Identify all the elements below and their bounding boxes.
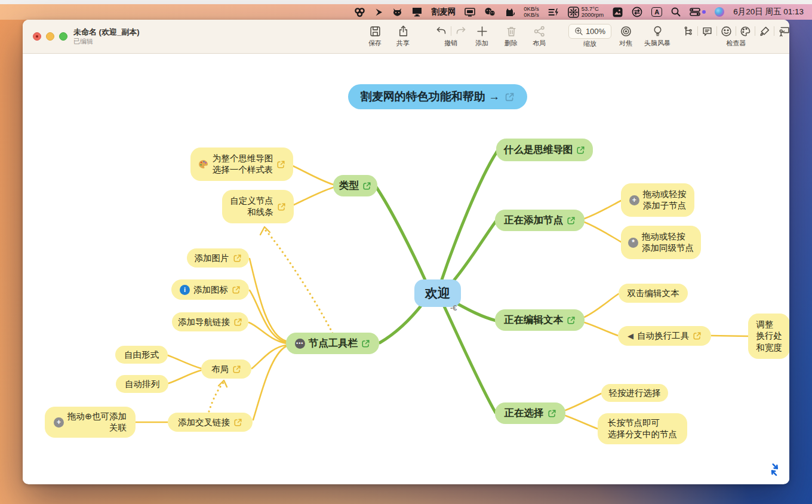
external-link-icon[interactable] (361, 339, 370, 348)
zoom-magnifier-icon (574, 27, 583, 36)
ellipsis-circle-icon: ••• (295, 339, 305, 349)
node-editing-text[interactable]: 正在编辑文本 (495, 309, 585, 331)
comment-icon[interactable] (702, 26, 713, 37)
external-link-icon[interactable] (576, 146, 585, 155)
plus-icon (476, 25, 488, 38)
sync-switch-icon[interactable] (632, 7, 642, 17)
node-type[interactable]: 类型 (333, 175, 377, 196)
toolbar-save-button[interactable]: 保存 (361, 24, 389, 48)
separator (697, 26, 698, 36)
toolbar-zoom-control[interactable]: 100% 缩放 (566, 24, 614, 48)
external-link-icon[interactable] (567, 316, 576, 325)
node-tap-select[interactable]: 轻按进行选择 (601, 384, 668, 402)
desktop-wallpaper: 割麦网 0KB/s0KB/s 53.7°C2000rpm (0, 0, 812, 504)
node-adjust-wrap[interactable]: 调整换行处和宽度 (748, 314, 789, 359)
external-link-icon[interactable] (505, 92, 515, 102)
node-toolbar[interactable]: ••• 节点工具栏 (286, 333, 379, 354)
external-link-icon[interactable] (567, 216, 576, 225)
node-add-child[interactable]: + 拖动或轻按添加子节点 (621, 183, 694, 217)
menubar-datetime[interactable]: 6月20日 周五 01:13 (733, 7, 804, 17)
window-title: 未命名 (欢迎_副本) (73, 27, 140, 37)
presenter-icon[interactable] (778, 26, 789, 37)
toolbar-delete-button[interactable]: 删除 (497, 24, 525, 48)
node-selecting[interactable]: 正在选择 (495, 402, 565, 424)
toolbar-focus-button[interactable]: 对焦 (611, 24, 640, 48)
external-link-icon[interactable] (693, 331, 702, 340)
node-customize[interactable]: 自定义节点和线条 (222, 190, 294, 223)
separator (736, 26, 736, 36)
node-drag-to-relate[interactable]: + 拖动⊕也可添加关联 (45, 407, 136, 438)
external-link-icon[interactable] (233, 318, 242, 327)
save-icon (369, 25, 382, 38)
external-link-icon[interactable] (232, 285, 241, 294)
node-wrap-tool[interactable]: ◀ 自动换行工具 (618, 326, 711, 346)
node-double-click-edit[interactable]: 双击编辑文本 (619, 284, 688, 303)
external-link-icon[interactable] (548, 409, 556, 418)
lightbulb-icon (651, 25, 664, 38)
network-speed[interactable]: 0KB/s0KB/s (524, 6, 539, 18)
wechat-icon[interactable] (484, 7, 496, 17)
toolbar-brainstorm-button[interactable]: 头脑风暴 (639, 24, 675, 48)
focus-target-icon (620, 25, 632, 38)
circles-menu-icon[interactable] (354, 7, 365, 17)
bull-icon[interactable] (392, 8, 402, 17)
control-center-icon[interactable] (690, 8, 706, 16)
node-freeform[interactable]: 自由形式 (115, 346, 168, 364)
palette-emoji-icon (198, 159, 209, 169)
separator (774, 26, 774, 36)
screen-share-icon[interactable] (411, 7, 423, 17)
toolbar-share-button[interactable]: 共享 (389, 24, 417, 48)
photos-icon[interactable] (613, 7, 623, 17)
node-cross-link[interactable]: 添加交叉链接 (168, 413, 253, 432)
node-stylesheet[interactable]: 为整个思维导图选择一个样式表 (190, 147, 293, 181)
menu-bar: 割麦网 0KB/s0KB/s 53.7°C2000rpm (0, 4, 812, 20)
toolbar-layout-button[interactable]: 布局 (525, 24, 553, 48)
app-window: 未命名 (欢迎_副本) 已编辑 保存 共享 撤销 (23, 20, 789, 484)
spotlight-search-icon[interactable] (671, 7, 681, 17)
node-adding-nodes[interactable]: 正在添加节点 (495, 210, 585, 231)
paintbrush-icon[interactable] (759, 26, 770, 37)
tasklist-bolt-icon[interactable] (548, 8, 559, 17)
external-link-icon[interactable] (276, 160, 285, 169)
toolbar-add-button[interactable]: 添加 (467, 24, 496, 48)
outline-tree-icon[interactable] (682, 26, 694, 37)
node-what-is-mindmap[interactable]: 什么是思维导图 (496, 139, 593, 161)
node-auto-arrange[interactable]: 自动排列 (116, 375, 168, 393)
palette-icon[interactable] (740, 26, 751, 37)
external-link-icon[interactable] (232, 365, 241, 374)
external-link-icon[interactable] (362, 182, 371, 190)
close-button[interactable] (33, 32, 41, 41)
node-add-nav-link[interactable]: 添加导航链接 (172, 312, 248, 331)
left-triangle-icon: ◀ (628, 332, 633, 340)
node-add-sibling[interactable]: * 拖动或轻按添加同级节点 (621, 226, 701, 259)
display-icon[interactable] (465, 8, 475, 17)
separator (451, 26, 451, 36)
cat-icon[interactable] (505, 8, 515, 17)
toolbar-undo-redo[interactable]: 撤销 (433, 24, 469, 48)
external-link-icon[interactable] (277, 202, 286, 211)
zoom-fit-icon[interactable] (767, 462, 784, 478)
node-add-image[interactable]: 添加图片 (187, 248, 249, 268)
layout-graph-icon (533, 25, 546, 38)
menubar-app-name[interactable]: 割麦网 (432, 7, 456, 17)
plus-circle-icon: + (629, 195, 639, 205)
mindmap-canvas[interactable]: 割麦网的特色功能和帮助 → 欢迎 -€ 什么是思维导图 正在添加节点 + 拖动或… (23, 54, 789, 484)
minimize-button[interactable] (46, 32, 54, 41)
asterisk-circle-icon: * (628, 238, 638, 248)
play-arrow-icon[interactable] (374, 8, 383, 17)
fullscreen-button[interactable] (59, 32, 67, 41)
external-link-icon[interactable] (233, 254, 242, 263)
siri-icon[interactable] (715, 7, 724, 17)
node-long-press[interactable]: 长按节点即可选择分支中的节点 (598, 413, 687, 444)
node-add-icon[interactable]: i 添加图标 (171, 279, 249, 300)
fan-status[interactable]: 53.7°C2000rpm (568, 6, 604, 18)
top-strip (0, 0, 812, 4)
root-collapse-handle[interactable]: -€ (450, 303, 457, 312)
node-layout[interactable]: 布局 (201, 359, 251, 379)
external-link-icon[interactable] (233, 418, 242, 427)
node-map-title[interactable]: 割麦网的特色功能和帮助 → (348, 84, 527, 109)
input-method-indicator[interactable]: A (651, 7, 662, 17)
share-icon (397, 25, 410, 38)
toolbar-inspector-group: 检查器 (681, 24, 789, 48)
smiley-icon[interactable] (721, 26, 732, 37)
